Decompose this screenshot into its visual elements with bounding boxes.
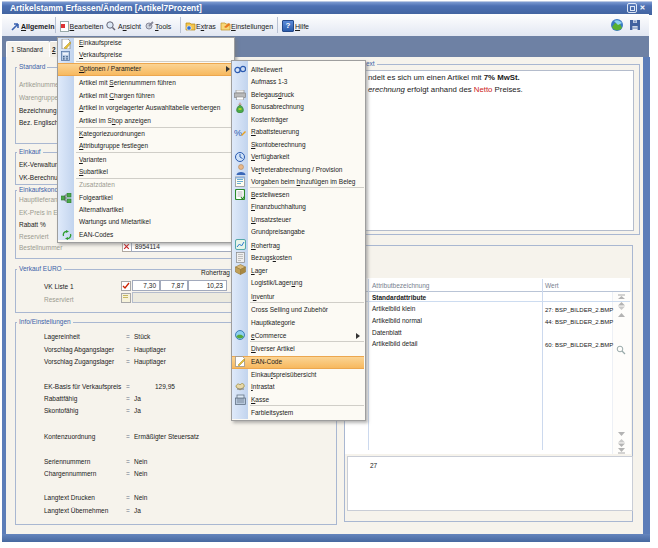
svg-text:%: % (234, 128, 242, 138)
